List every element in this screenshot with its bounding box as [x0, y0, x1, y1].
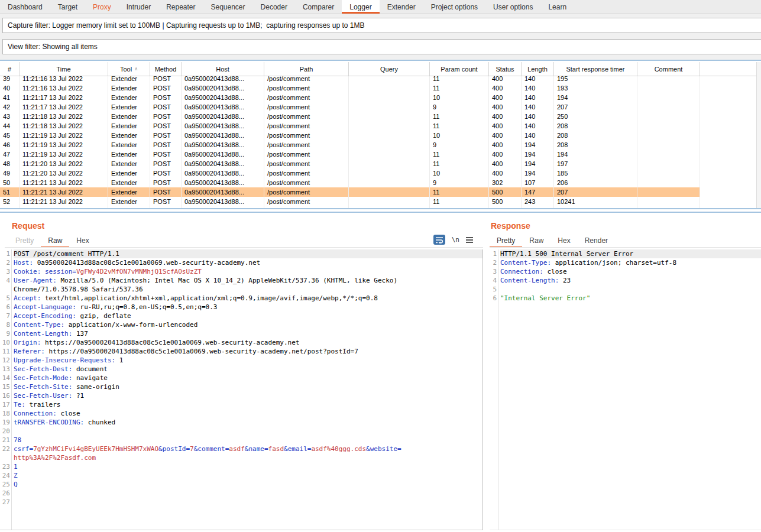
menu-item-dashboard[interactable]: Dashboard	[0, 0, 50, 14]
log-row-42[interactable]: 4211:21:17 13 Jul 2022ExtenderPOST0a9500…	[0, 102, 700, 112]
column-header-query[interactable]: Query	[349, 62, 430, 76]
log-row-45[interactable]: 4511:21:19 13 Jul 2022ExtenderPOST0a9500…	[0, 131, 700, 140]
cell-start-response-timer: 10241	[554, 197, 637, 206]
response-tab-raw[interactable]: Raw	[522, 235, 550, 248]
cell-host: 0a9500020413d88...	[182, 131, 264, 140]
cell-param-count: 9	[430, 102, 489, 112]
response-tab-pretty[interactable]: Pretty	[490, 235, 522, 248]
menu-item-target[interactable]: Target	[50, 0, 85, 14]
cell-status: 400	[489, 121, 522, 131]
menu-item-repeater[interactable]: Repeater	[158, 0, 203, 14]
line-content: Referer: https://0a9500020413d88ac08c5c1…	[14, 347, 482, 356]
menu-item-logger[interactable]: Logger	[342, 0, 379, 14]
log-row-51[interactable]: 5111:21:21 13 Jul 2022ExtenderPOST0a9500…	[0, 187, 700, 197]
cell-: 50	[0, 178, 20, 187]
log-row-43[interactable]: 4311:21:18 13 Jul 2022ExtenderPOST0a9500…	[0, 112, 700, 121]
editor-line: 20	[0, 427, 482, 436]
menu-item-decoder[interactable]: Decoder	[253, 0, 295, 14]
column-header-param-count[interactable]: Param count	[430, 62, 489, 76]
view-filter-text: View filter: Showing all items	[8, 43, 98, 51]
editor-line: 9Content-Length: 137	[0, 329, 482, 338]
cell-method: POST	[150, 187, 182, 197]
request-editor[interactable]: 1POST /post/comment HTTP/1.12Host: 0a950…	[0, 249, 483, 530]
cell-query	[349, 112, 430, 121]
response-tab-hex[interactable]: Hex	[550, 235, 577, 248]
line-content: Z	[14, 471, 482, 480]
cell-start-response-timer: 185	[554, 168, 637, 178]
response-editor[interactable]: 1HTTP/1.1 500 Internal Server Error2Cont…	[490, 249, 761, 530]
log-row-41[interactable]: 4111:21:17 13 Jul 2022ExtenderPOST0a9500…	[0, 93, 700, 102]
capture-filter-bar[interactable]: Capture filter: Logger memory limit set …	[2, 18, 761, 33]
cell-length: 194	[522, 140, 554, 150]
column-label: Status	[496, 66, 514, 73]
cell-comment	[637, 131, 700, 140]
column-header-[interactable]: #	[0, 62, 20, 76]
log-row-46[interactable]: 4611:21:19 13 Jul 2022ExtenderPOST0a9500…	[0, 140, 700, 150]
cell-: 51	[0, 187, 20, 197]
cell-method: POST	[150, 178, 182, 187]
menu-item-learn[interactable]: Learn	[540, 0, 574, 14]
cell-status: 400	[489, 159, 522, 168]
log-row-44[interactable]: 4411:21:18 13 Jul 2022ExtenderPOST0a9500…	[0, 121, 700, 131]
menu-item-extender[interactable]: Extender	[380, 0, 423, 14]
table-vertical-scrollbar[interactable]	[756, 62, 761, 209]
cell-tool: Extender	[108, 159, 150, 168]
menu-item-project-options[interactable]: Project options	[423, 0, 485, 14]
column-header-comment[interactable]: Comment	[637, 62, 700, 76]
request-tab-hex[interactable]: Hex	[69, 235, 96, 248]
column-header-method[interactable]: Method	[150, 62, 182, 76]
cell-time: 11:21:17 13 Jul 2022	[20, 93, 108, 102]
wrap-lines-glyph	[435, 236, 443, 244]
editor-line: 8Content-Type: application/x-www-form-ur…	[0, 320, 482, 329]
horizontal-splitter[interactable]	[0, 208, 761, 213]
menu-item-intruder[interactable]: Intruder	[119, 0, 158, 14]
log-row-47[interactable]: 4711:21:19 13 Jul 2022ExtenderPOST0a9500…	[0, 150, 700, 159]
editor-line: 1POST /post/comment HTTP/1.1	[0, 249, 482, 258]
log-row-40[interactable]: 4011:21:16 13 Jul 2022ExtenderPOST0a9500…	[0, 83, 700, 93]
menu-item-comparer[interactable]: Comparer	[295, 0, 342, 14]
menu-item-sequencer[interactable]: Sequencer	[203, 0, 253, 14]
cell-param-count: 11	[430, 150, 489, 159]
wrap-lines-icon[interactable]	[433, 235, 445, 245]
column-header-start-response-timer[interactable]: Start response timer	[554, 62, 637, 76]
column-header-tool[interactable]: Tool∧	[108, 62, 150, 76]
message-detail-area: Request PrettyRawHex \n 1POST /post/comm	[0, 213, 761, 532]
cell-tool: Extender	[108, 102, 150, 112]
menu-item-user-options[interactable]: User options	[485, 0, 540, 14]
menu-item-proxy[interactable]: Proxy	[85, 0, 119, 14]
line-number: 1	[490, 249, 497, 258]
cell-host: 0a9500020413d88...	[182, 83, 264, 93]
log-row-50[interactable]: 5011:21:21 13 Jul 2022ExtenderPOST0a9500…	[0, 178, 700, 187]
request-editor-toolbar: \n	[433, 235, 473, 245]
cell-path: /post/comment	[264, 76, 349, 83]
column-header-path[interactable]: Path	[264, 62, 349, 76]
log-row-39[interactable]: 3911:21:16 13 Jul 2022ExtenderPOST0a9500…	[0, 76, 700, 83]
request-gutter-separator	[11, 249, 12, 530]
column-header-length[interactable]: Length	[522, 62, 554, 76]
editor-menu-icon[interactable]	[466, 237, 473, 243]
log-row-48[interactable]: 4811:21:20 13 Jul 2022ExtenderPOST0a9500…	[0, 159, 700, 168]
log-row-49[interactable]: 4911:21:20 13 Jul 2022ExtenderPOST0a9500…	[0, 168, 700, 178]
newline-characters-icon[interactable]: \n	[452, 236, 459, 244]
cell-comment	[637, 76, 700, 83]
response-tab-render[interactable]: Render	[578, 235, 615, 248]
log-row-52[interactable]: 5211:21:21 13 Jul 2022ExtenderPOST0a9500…	[0, 197, 700, 206]
column-header-time[interactable]: Time	[20, 62, 108, 76]
cell-path: /post/comment	[264, 168, 349, 178]
request-tab-pretty[interactable]: Pretty	[8, 235, 41, 248]
cell-query	[349, 168, 430, 178]
line-number: 6	[0, 303, 10, 312]
column-header-status[interactable]: Status	[489, 62, 522, 76]
editor-line: 25Q	[0, 480, 482, 489]
request-tab-raw[interactable]: Raw	[41, 235, 69, 248]
cell-tool: Extender	[108, 131, 150, 140]
column-header-host[interactable]: Host	[182, 62, 264, 76]
view-filter-bar[interactable]: View filter: Showing all items	[2, 39, 761, 54]
editor-line: 3Cookie: session=VgFWy4D2vMfON7vMNMhjQ1S…	[0, 267, 482, 276]
cell-path: /post/comment	[264, 159, 349, 168]
cell-param-count: 9	[430, 140, 489, 150]
cell-comment	[637, 93, 700, 102]
cell-host: 0a9500020413d88...	[182, 187, 264, 197]
line-content: Accept-Language: ru-RU,ru;q=0.8,en-US;q=…	[14, 303, 482, 312]
cell-time: 11:21:21 13 Jul 2022	[20, 197, 108, 206]
